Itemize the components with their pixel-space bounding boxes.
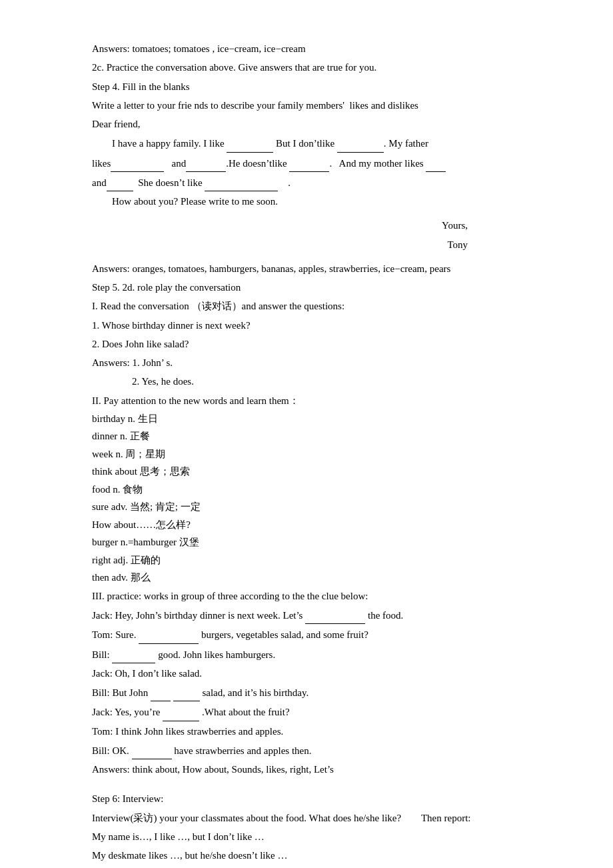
read-conv: I. Read the conversation （读对话）and answer… — [92, 297, 521, 315]
vocab10: then adv. 那么 — [92, 569, 521, 587]
answers-line3: Answers: think about, How about, Sounds,… — [92, 761, 521, 778]
interview2: My name is…, I like …, but I don’t like … — [92, 828, 521, 845]
vocab6: sure adv. 当然; 肯定; 一定 — [92, 499, 521, 516]
dear-friend: Dear friend, — [92, 115, 521, 133]
letter-paragraph1: I have a happy family. I like But I don’… — [92, 134, 521, 152]
letter-paragraph3: and She doesn’t like . — [92, 173, 521, 191]
how-about: How about you? Please write to me soon. — [92, 193, 521, 210]
step4: Step 4. Fill in the blanks — [92, 78, 521, 95]
letter-paragraph2: likes and .He doesn’tlike . And my mothe… — [92, 154, 521, 172]
vocab9: right adj. 正确的 — [92, 552, 521, 569]
interview1: Interview(采访) your your classmates about… — [92, 809, 521, 827]
bill2: Bill: But John salad, and it’s his birth… — [92, 683, 521, 701]
question1: 1. Whose birthday dinner is next week? — [92, 317, 521, 334]
jack3: Jack: Yes, you’re .What about the fruit? — [92, 703, 521, 721]
interview3: My deskmate likes …, but he/she doesn’t … — [92, 847, 521, 864]
vocab5: food n. 食物 — [92, 481, 521, 499]
vocab7: How about……怎么样? — [92, 517, 521, 534]
jack2: Jack: Oh, I don’t like salad. — [92, 665, 521, 682]
answers-line1: Answers: tomatoes; tomatoes , ice−cream,… — [92, 40, 521, 57]
bill1: Bill: good. John likes hamburgers. — [92, 645, 521, 663]
vocab1: birthday n. 生日 — [92, 411, 521, 428]
write-letter-instruction: Write a letter to your frie nds to descr… — [92, 97, 521, 114]
tom2: Tom: I think John likes strawberries and… — [92, 723, 521, 740]
answers-line2: Answers: oranges, tomatoes, hamburgers, … — [92, 260, 521, 277]
vocab2: dinner n. 正餐 — [92, 428, 521, 445]
section-III-header: III. practice: works in group of three a… — [92, 587, 521, 605]
step2c: 2c. Practice the conversation above. Giv… — [92, 59, 521, 76]
vocab4: think about 思考；思索 — [92, 463, 521, 481]
tony: Tony — [92, 236, 468, 253]
main-content: Answers: tomatoes; tomatoes , ice−cream,… — [92, 40, 521, 864]
answers1: Answers: 1. John’ s. — [92, 354, 521, 371]
vocab3: week n. 周；星期 — [92, 446, 521, 463]
question2: 2. Does John like salad? — [92, 335, 521, 353]
bill3: Bill: OK. have strawberries and apples t… — [92, 741, 521, 759]
section-II-header: II. Pay attention to the new words and l… — [92, 392, 521, 409]
tom1: Tom: Sure. burgers, vegetables salad, an… — [92, 625, 521, 643]
step5: Step 5. 2d. role play the conversation — [92, 279, 521, 296]
yours: Yours, — [92, 217, 468, 234]
jack1: Jack: Hey, John’s birthday dinner is nex… — [92, 606, 521, 624]
answers2: 2. Yes, he does. — [92, 373, 521, 390]
step6-header: Step 6: Interview: — [92, 790, 521, 807]
vocab8: burger n.=hamburger 汉堡 — [92, 534, 521, 551]
